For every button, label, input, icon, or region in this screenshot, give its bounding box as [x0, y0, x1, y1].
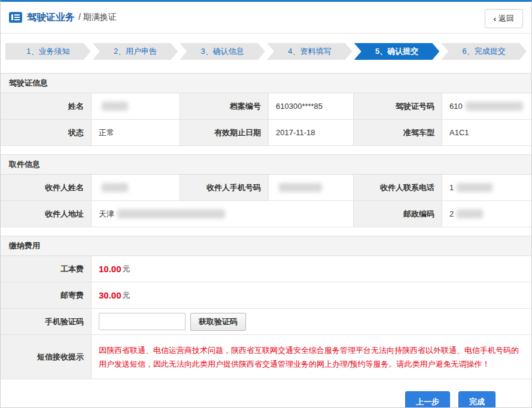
production-fee-value: 10.00 元 [92, 256, 531, 282]
fee-table: 工本费 10.00 元 邮寄费 30.00 元 手机验证码 获取验证码 短信接收… [1, 256, 531, 379]
pickup-info-table: 收件人姓名 收件人手机号码 收件人联系电话 1 收件人地址 天津 邮政编码 2 [1, 175, 531, 227]
recipient-name-value [92, 175, 180, 201]
back-chevron-icon: ‹ [494, 14, 496, 23]
back-button[interactable]: ‹ 返回 [485, 9, 523, 28]
step-4-fill-data[interactable]: 4、资料填写 [267, 43, 352, 60]
recipient-phone-value: 1 [442, 175, 531, 201]
back-button-label: 返回 [498, 13, 514, 24]
expiry-label: 有效期止日期 [180, 120, 269, 146]
recipient-phone-label: 收件人联系电话 [354, 175, 442, 201]
license-no-value: 610 [442, 93, 531, 120]
license-section-title: 驾驶证信息 [1, 73, 531, 93]
breadcrumb: / 期满换证 [78, 12, 117, 23]
production-fee-label: 工本费 [1, 256, 92, 282]
file-no-label: 档案编号 [180, 93, 269, 120]
finish-button[interactable]: 完成 [458, 391, 495, 408]
mailing-fee-label: 邮寄费 [1, 282, 92, 309]
license-service-icon [9, 12, 22, 23]
postcode-label: 邮政编码 [354, 201, 442, 227]
name-value [92, 93, 180, 120]
previous-step-button[interactable]: 上一步 [405, 391, 450, 408]
sms-code-row: 获取验证码 [92, 309, 531, 335]
vehicle-type-label: 准驾车型 [354, 120, 442, 146]
status-label: 状态 [1, 120, 92, 146]
recipient-name-label: 收件人姓名 [1, 175, 92, 201]
postcode-value: 2 [442, 201, 531, 227]
file-no-value: 610300****85 [269, 93, 354, 120]
sms-notice-text: 因陕西省联通、电信运营商技术问题，陕西省互联网交通安全综合服务管理平台无法向持陕… [99, 336, 524, 378]
name-label: 姓名 [1, 93, 92, 120]
address-label: 收件人地址 [1, 201, 92, 227]
fee-section: 缴纳费用 工本费 10.00 元 邮寄费 30.00 元 手机验证码 获取验证码… [1, 236, 531, 379]
recipient-mobile-label: 收件人手机号码 [180, 175, 269, 201]
step-2-user-declaration[interactable]: 2、用户申告 [93, 43, 178, 60]
address-value: 天津 [92, 201, 354, 227]
step-3-confirm-info[interactable]: 3、确认信息 [180, 43, 265, 60]
step-6-complete-submit[interactable]: 6、完成提交 [441, 43, 527, 60]
license-no-label: 驾驶证号码 [354, 93, 442, 120]
pickup-info-section: 取件信息 收件人姓名 收件人手机号码 收件人联系电话 1 收件人地址 天津 邮政… [1, 154, 531, 227]
step-5-confirm-submit[interactable]: 5、确认提交 [354, 43, 440, 60]
expiry-value: 2017-11-18 [269, 120, 354, 146]
license-info-section: 驾驶证信息 姓名 档案编号 610300****85 驾驶证号码 610 状态 … [1, 73, 531, 146]
sms-notice-cell: 因陕西省联通、电信运营商技术问题，陕西省互联网交通安全综合服务管理平台无法向持陕… [92, 335, 531, 379]
fee-section-title: 缴纳费用 [1, 236, 531, 256]
license-renewal-page: 驾驶证业务 / 期满换证 ‹ 返回 1、业务须知 2、用户申告 3、确认信息 4… [0, 0, 532, 408]
footer-actions: 上一步 完成 [1, 391, 531, 408]
page-title: 驾驶证业务 [27, 11, 75, 24]
mailing-fee-value: 30.00 元 [92, 282, 531, 309]
sms-notice-label: 短信接收提示 [1, 335, 92, 379]
status-value: 正常 [92, 120, 180, 146]
recipient-mobile-value [269, 175, 354, 201]
step-wizard: 1、业务须知 2、用户申告 3、确认信息 4、资料填写 5、确认提交 6、完成提… [5, 43, 527, 60]
pickup-section-title: 取件信息 [1, 154, 531, 175]
vehicle-type-value: A1C1 [442, 120, 531, 146]
get-code-button[interactable]: 获取验证码 [190, 313, 246, 331]
sms-code-label: 手机验证码 [1, 309, 92, 335]
page-header: 驾驶证业务 / 期满换证 ‹ 返回 [1, 2, 531, 34]
sms-code-input[interactable] [99, 313, 186, 330]
step-1-business-notice[interactable]: 1、业务须知 [5, 43, 91, 60]
license-info-table: 姓名 档案编号 610300****85 驾驶证号码 610 状态 正常 有效期… [1, 93, 531, 146]
